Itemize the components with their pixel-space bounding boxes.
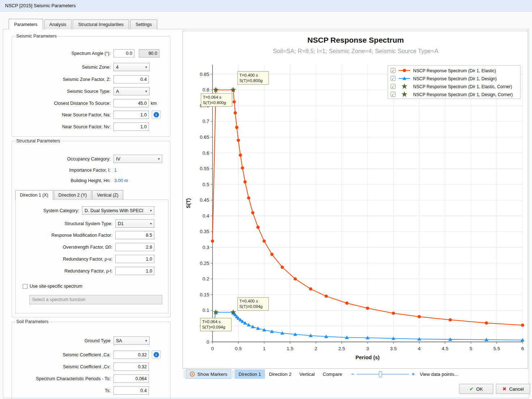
ok-button[interactable]: ✔ OK [459, 384, 493, 394]
soil-parameters-group: Soil Parameters Ground Type SA ▾ Seismic… [12, 322, 171, 399]
y-tick-label: 0.2 [202, 276, 209, 282]
direction-2-button[interactable]: Direction 2 [265, 369, 295, 379]
tab-structural-irregularities[interactable]: Structural Irregularities [73, 20, 129, 29]
r-factor-label: Response Modification Factor: [17, 233, 112, 238]
source-type-dropdown[interactable]: A ▾ [113, 87, 150, 95]
na-info-button[interactable]: i [152, 111, 160, 119]
zoom-slider[interactable]: − + [351, 372, 415, 377]
ground-type-dropdown[interactable]: SA ▾ [113, 336, 150, 345]
series-0-marker [281, 266, 284, 269]
direction-1-label: Direction 1 [239, 372, 261, 377]
vertical-button[interactable]: Vertical [295, 369, 319, 379]
series-0-marker [392, 312, 395, 315]
ts-input[interactable] [113, 386, 149, 395]
group-label: Structural Parameters [15, 138, 62, 143]
ground-type-value: SA [116, 338, 122, 343]
y-tick-label: 0.3 [202, 245, 209, 250]
zoom-in-icon[interactable]: + [412, 372, 415, 377]
spectrum-function-select[interactable]: Select a spectrum function [29, 295, 162, 304]
system-type-dropdown[interactable]: D1 ▾ [115, 219, 154, 228]
tab-label: Direction 2 (Y) [59, 193, 87, 198]
y-tick-label: 0.5 [202, 182, 209, 187]
r-factor-input[interactable] [115, 231, 154, 239]
cv-label: Seismic Coefficient ,Cv: [15, 364, 111, 369]
site-specific-label: Use site-specific spectrum [30, 284, 82, 289]
legend-label[interactable]: NSCP Response Spectrum (Dir 1, Elastic, … [413, 84, 512, 89]
importance-row: Importance Factor, I: 1 [15, 166, 169, 174]
info-icon: i [154, 112, 159, 117]
slider-thumb[interactable] [379, 371, 382, 377]
legend-label[interactable]: NSCP Response Spectrum (Dir 1, Elastic) [413, 68, 496, 73]
slider-track[interactable] [357, 374, 409, 375]
zoom-out-icon[interactable]: − [351, 372, 354, 377]
closest-distance-input[interactable] [113, 99, 149, 107]
x-tick-label: 4 [418, 346, 421, 351]
y-tick-label: 0.35 [200, 229, 209, 234]
source-type-row: Seismic Source Type: A ▾ [15, 87, 169, 95]
system-category-dropdown[interactable]: D. Dual Systems With SPECI ▾ [82, 206, 154, 215]
x-axis-title: Period (s) [356, 355, 380, 360]
spectrum-angle-row: Spectrum Angle (°): [15, 49, 169, 57]
series-0-marker [251, 211, 254, 214]
direction-tabstrip: Direction 1 (X) Direction 2 (Y) Vertical… [15, 190, 124, 200]
y-tick-label: 0.8 [202, 87, 209, 93]
system-category-label: System Category: [17, 208, 79, 213]
zone-factor-input[interactable] [113, 75, 149, 83]
ok-check-icon: ✔ [469, 386, 474, 392]
system-category-row: System Category: D. Dual Systems With SP… [17, 206, 154, 215]
redundancy-u-input[interactable] [115, 255, 154, 263]
view-data-points-link[interactable]: View data points... [420, 372, 458, 377]
chevron-down-icon: ▾ [143, 339, 147, 343]
building-height-label: Building Height, Hn: [15, 178, 111, 183]
direction-1-tab-page: System Category: D. Dual Systems With SP… [15, 200, 168, 313]
y-tick-label: 0.6 [202, 150, 209, 156]
ca-info-button[interactable]: i [152, 351, 160, 359]
x-tick-label: 5.5 [493, 346, 500, 351]
redundancy-l-input[interactable] [115, 267, 154, 275]
cancel-x-icon: ✖ [502, 386, 507, 392]
direction-1-button[interactable]: Direction 1 [235, 369, 265, 379]
tab-analysis[interactable]: Analysis [44, 20, 72, 29]
tab-direction-2-y[interactable]: Direction 2 (Y) [54, 190, 92, 200]
tab-direction-1-x[interactable]: Direction 1 (X) [15, 190, 53, 200]
seismic-zone-dropdown[interactable]: 4 ▾ [113, 63, 150, 71]
marker-target-icon [190, 372, 195, 377]
redundancy-l-label: Redundancy Factor, ρ-l: [17, 269, 112, 274]
occupancy-dropdown[interactable]: IV ▾ [113, 155, 162, 163]
site-specific-checkbox[interactable] [23, 284, 27, 289]
cv-row: Seismic Coefficient ,Cv: [15, 362, 169, 371]
legend-label[interactable]: NSCP Response Spectrum (Dir 1, Design) [413, 76, 497, 81]
legend-label[interactable]: NSCP Response Spectrum (Dir 1, Design, C… [413, 92, 513, 97]
series-0-marker [239, 154, 242, 157]
info-icon: i [154, 352, 159, 357]
series-0-marker [449, 318, 452, 321]
ok-label: OK [476, 386, 483, 392]
spectrum-angle-secondary-input[interactable] [139, 49, 159, 57]
cv-input[interactable] [113, 362, 149, 371]
series-0-marker [293, 277, 297, 280]
nv-input[interactable] [113, 123, 149, 131]
to-input[interactable] [113, 374, 149, 383]
building-height-row: Building Height, Hn: 3.00 m [15, 176, 169, 185]
cancel-button[interactable]: ✖ Cancel [496, 384, 530, 394]
legend-check-icon: ✓ [391, 92, 395, 97]
tab-parameters[interactable]: Parameters [9, 19, 43, 29]
overstrength-input[interactable] [115, 243, 154, 251]
tab-label: Direction 1 (X) [20, 193, 48, 198]
seismic-zone-row: Seismic Zone: 4 ▾ [15, 63, 169, 71]
compare-button[interactable]: Compare [319, 369, 346, 379]
spectrum-angle-input[interactable] [113, 49, 134, 57]
na-label: Near Source Factor, Na: [15, 112, 111, 117]
series-0-marker [418, 315, 421, 318]
show-markers-button[interactable]: Show Markers [186, 369, 231, 379]
group-label: Seismic Parameters [15, 34, 58, 39]
tab-vertical-z[interactable]: Vertical (Z) [92, 190, 123, 200]
seismic-zone-value: 4 [116, 65, 119, 70]
series-0-marker [233, 100, 236, 103]
overstrength-label: Overstrength Factor, Ω0: [17, 245, 112, 250]
tab-settings[interactable]: Settings [130, 20, 157, 29]
y-tick-label: 0.85 [200, 72, 209, 77]
na-input[interactable] [113, 111, 149, 119]
ca-input[interactable] [113, 351, 149, 359]
system-type-label: Structural System Type: [17, 221, 112, 226]
